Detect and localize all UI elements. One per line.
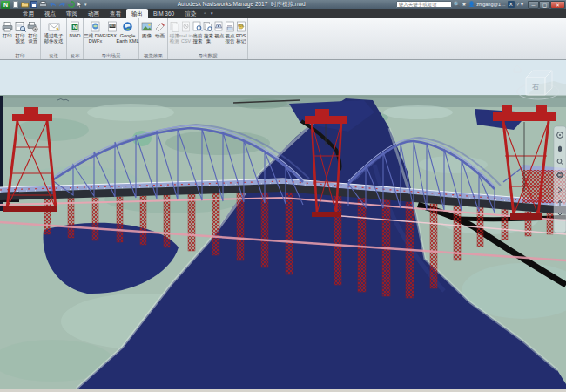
print-settings-button[interactable]: 打印设置 <box>26 19 39 44</box>
export-image-button[interactable]: 图像 <box>140 19 153 38</box>
export-animation-button[interactable]: 动画 <box>153 19 166 38</box>
help-dropdown-icon[interactable]: ▾ <box>521 1 523 8</box>
dwf-file-icon <box>90 20 101 33</box>
search-sets-icon <box>203 20 213 33</box>
export-fbx-button[interactable]: FBX FBX <box>106 19 118 38</box>
undo-icon[interactable] <box>49 1 57 8</box>
infocenter-search-input[interactable] <box>396 1 452 8</box>
email-icon <box>48 20 60 33</box>
tab-output[interactable]: 输出 <box>126 9 148 18</box>
panel-export-data: 碰撞检测 TimeLinerCSV 当前搜索 搜索集 视点 <box>168 18 248 59</box>
panel-send: 通过电子邮件发送 发送 <box>41 18 67 59</box>
ribbon-empty-area <box>248 18 566 59</box>
tab-animation[interactable]: 动画 <box>83 9 104 18</box>
viewpoints-icon <box>214 20 225 33</box>
minimize-button[interactable]: ─ <box>528 1 539 9</box>
app-logo-icon[interactable]: N <box>1 1 10 9</box>
panel-visuals: 图像 动画 视觉效果 <box>139 18 168 59</box>
tab-bim360[interactable]: BIM 360 <box>148 9 179 18</box>
export-pds-tags-button[interactable]: PDS PDS标记 <box>235 19 246 44</box>
print-settings-icon <box>27 20 38 33</box>
export-dwf-button[interactable]: 三维 DWF/DWFx <box>84 19 106 44</box>
viewpoints-report-icon <box>225 20 235 33</box>
print-button[interactable]: 打印 <box>1 19 14 38</box>
status-bar <box>0 389 566 392</box>
open-file-icon[interactable] <box>21 1 29 8</box>
panel-publish: N NWD 发布 <box>67 18 84 59</box>
help-icon[interactable]: ? <box>516 1 519 8</box>
ribbon: 打印 打印预览 打印设置 打印 通过电子邮件发送 发送 <box>0 18 566 60</box>
animation-icon <box>154 20 165 33</box>
tab-home[interactable]: 常用 <box>17 9 39 18</box>
search-go-icon[interactable]: 🔍 <box>454 1 461 8</box>
export-clash-tests-button: 碰撞检测 <box>169 19 180 44</box>
pds-tags-icon: PDS <box>236 20 246 33</box>
export-current-search-button[interactable]: 当前搜索 <box>192 19 204 44</box>
publish-nwd-button[interactable]: N NWD <box>68 19 82 38</box>
maximize-button[interactable]: ▢ <box>539 1 550 9</box>
svg-text:PDS: PDS <box>238 24 243 28</box>
favorites-star-icon[interactable]: ★ <box>462 1 466 8</box>
fbx-file-icon: FBX <box>107 20 118 33</box>
tab-review[interactable]: 审阅 <box>61 9 83 18</box>
redo-icon[interactable] <box>58 1 66 8</box>
timeliner-csv-icon <box>181 20 191 33</box>
google-earth-icon <box>122 20 133 33</box>
export-viewpoints-report-button[interactable]: 视点报告 <box>225 19 236 44</box>
ribbon-display-toggle-icon[interactable]: ▫ <box>201 9 208 18</box>
navigation-bar[interactable] <box>554 126 566 233</box>
panel-export-scene: 三维 DWF/DWFx FBX FBX GoogleEarth KML 导出场景 <box>84 18 139 59</box>
export-timeliner-csv-button: TimeLinerCSV <box>180 19 192 44</box>
send-email-button[interactable]: 通过电子邮件发送 <box>42 19 65 44</box>
current-search-icon <box>192 20 203 33</box>
select-cursor-icon[interactable] <box>77 1 83 8</box>
user-avatar-icon[interactable]: 👤 <box>468 1 475 8</box>
print-preview-button[interactable]: 打印预览 <box>14 19 27 44</box>
title-bar: N ▾ Autodesk Navisworks Manage 2017 时序模拟… <box>0 0 566 9</box>
3d-viewport[interactable]: 右 <box>0 60 566 389</box>
ribbon-display-dropdown-icon[interactable]: ▾ <box>208 9 216 18</box>
close-button[interactable]: ✕ <box>550 1 565 9</box>
export-kml-button[interactable]: GoogleEarth KML <box>118 19 138 44</box>
svg-text:N: N <box>73 24 77 30</box>
tab-viewpoint[interactable]: 视点 <box>39 9 61 18</box>
nav-pan-hand-icon[interactable] <box>558 146 562 152</box>
print-preview-icon <box>15 20 26 33</box>
nwd-file-icon: N <box>70 20 80 33</box>
clash-tests-icon <box>170 20 179 33</box>
export-search-sets-button[interactable]: 搜索集 <box>203 19 214 44</box>
print-icon[interactable] <box>39 1 47 8</box>
ribbon-tab-bar: 常用 视点 审阅 动画 查看 输出 BIM 360 渲染 ▫ ▾ <box>0 9 566 18</box>
navisworks-window: N ▾ Autodesk Navisworks Manage 2017 时序模拟… <box>0 0 566 392</box>
save-icon[interactable] <box>30 1 37 8</box>
new-file-icon[interactable] <box>12 1 19 8</box>
tab-view[interactable]: 查看 <box>104 9 126 18</box>
viewcube-face-label[interactable]: 右 <box>532 83 539 91</box>
export-viewpoints-button[interactable]: 视点 <box>214 19 225 38</box>
refresh-icon[interactable] <box>68 1 75 8</box>
panel-print: 打印 打印预览 打印设置 打印 <box>0 18 41 59</box>
image-icon <box>141 20 152 33</box>
printer-icon <box>2 20 13 33</box>
window-title: Autodesk Navisworks Manage 2017 时序模拟.nwd <box>87 1 396 9</box>
exchange-apps-icon[interactable]: X <box>508 1 515 8</box>
infocenter: 🔍 ★ 👤 zhigang@1… X ? ▾ ─ ▢ ✕ <box>396 1 566 9</box>
window-controls: ─ ▢ ✕ <box>528 1 565 9</box>
svg-text:FBX: FBX <box>109 24 115 28</box>
signed-in-username[interactable]: zhigang@1… <box>476 2 505 7</box>
quick-access-toolbar: ▾ <box>12 1 87 8</box>
tab-render[interactable]: 渲染 <box>179 9 201 18</box>
